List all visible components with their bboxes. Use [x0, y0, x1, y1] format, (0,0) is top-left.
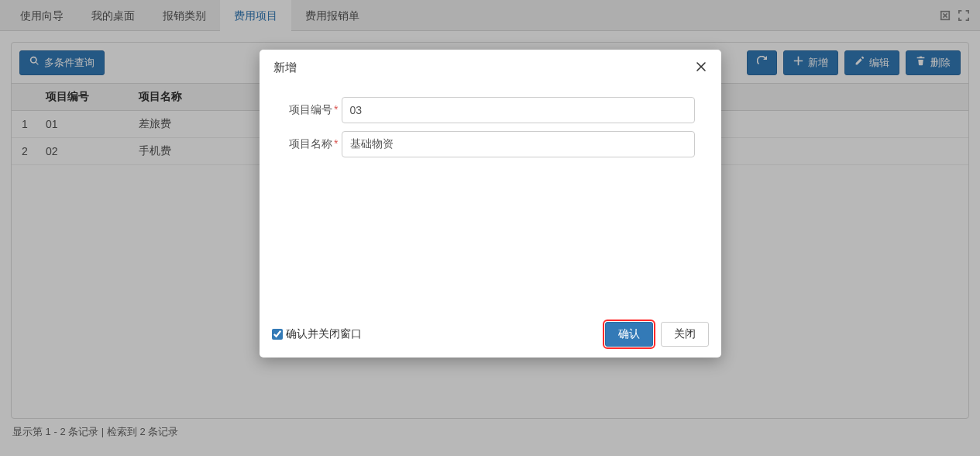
close-icon[interactable] [695, 60, 707, 75]
confirm-close-checkbox[interactable] [272, 329, 283, 340]
required-mark: * [334, 137, 338, 150]
form-row-name: 项目名称* [286, 131, 695, 157]
modal-body: 项目编号* 项目名称* [260, 81, 721, 314]
input-item-name[interactable] [342, 131, 695, 157]
confirm-button[interactable]: 确认 [605, 322, 653, 347]
label-code: 项目编号* [286, 103, 342, 117]
label-name: 项目名称* [286, 137, 342, 151]
modal-header: 新增 [260, 50, 721, 81]
confirm-close-text: 确认并关闭窗口 [286, 327, 362, 341]
add-modal: 新增 项目编号* 项目名称* 确认并关闭窗口 确认 关闭 [260, 50, 721, 358]
modal-footer: 确认并关闭窗口 确认 关闭 [260, 314, 721, 358]
form-row-code: 项目编号* [286, 97, 695, 123]
modal-actions: 确认 关闭 [605, 322, 709, 347]
required-mark: * [334, 103, 338, 116]
modal-title: 新增 [273, 60, 297, 75]
confirm-close-checkbox-label[interactable]: 确认并关闭窗口 [272, 327, 362, 341]
close-button[interactable]: 关闭 [661, 322, 709, 347]
input-item-code[interactable] [342, 97, 695, 123]
